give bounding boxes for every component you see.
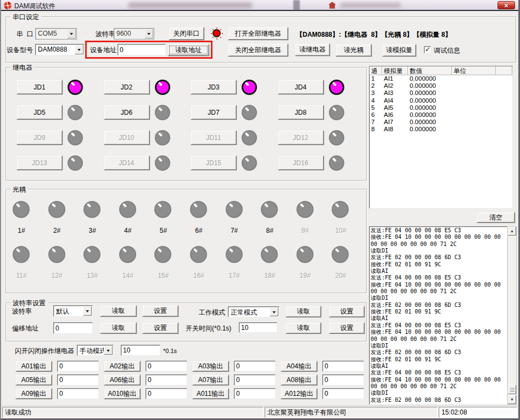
offset-address-input[interactable] [53, 322, 93, 334]
table-row[interactable]: 7AI70.000000 [370, 119, 512, 126]
table-row[interactable]: 3AI30.000000 [370, 89, 512, 97]
open-all-relays-button[interactable]: 打开全部继电器 [228, 27, 288, 40]
output-button-a07[interactable]: A07输出 [192, 374, 229, 385]
output-button-a08[interactable]: A08输出 [281, 374, 317, 385]
model-select[interactable]: DAM0888 ▼ [35, 44, 85, 55]
output-button-a011[interactable]: A011输出 [192, 388, 229, 399]
relay-led [155, 130, 170, 145]
relay-button-jd2[interactable]: JD2 [104, 80, 150, 94]
relay-button-jd5[interactable]: JD5 [16, 105, 63, 120]
output-input-a08[interactable] [322, 374, 364, 385]
output-button-a02[interactable]: A02输出 [104, 361, 141, 372]
relay-button-jd13[interactable]: JD13 [16, 155, 63, 170]
baud-set-button[interactable]: 设置 [142, 305, 178, 317]
opto-label: 9# [293, 227, 318, 234]
output-input-a01[interactable] [57, 361, 99, 372]
clear-log-button[interactable]: 清空 [477, 212, 515, 223]
relay-button-jd1[interactable]: JD1 [16, 80, 63, 94]
output-input-a04[interactable] [322, 361, 364, 372]
switch-time-read-button[interactable]: 读取 [286, 322, 321, 334]
chevron-down-icon: ▼ [270, 307, 278, 316]
relay-button-jd15[interactable]: JD15 [191, 155, 237, 170]
relay-button-jd9[interactable]: JD9 [16, 130, 63, 145]
table-row[interactable]: 2AI20.000000 [370, 82, 512, 89]
flash-operate-label: 闪开闪闭操作继电器 [15, 347, 74, 355]
relay-button-jd3[interactable]: JD3 [191, 80, 237, 94]
output-input-a02[interactable] [146, 361, 187, 372]
title-bar[interactable]: DAM调试软件 ✕ [1, 0, 518, 11]
output-input-a011[interactable] [234, 388, 276, 399]
table-row[interactable]: 8AI80.000000 [370, 126, 512, 133]
table-row[interactable]: 4AI40.000000 [370, 97, 512, 104]
output-input-a06[interactable] [146, 374, 187, 385]
table-row[interactable]: 1AI10.000000 [370, 75, 512, 82]
relay-button-jd7[interactable]: JD7 [191, 105, 237, 120]
opto-led [13, 201, 30, 218]
relay-button-jd10[interactable]: JD10 [104, 130, 150, 145]
col-header-value[interactable]: 数值 [408, 66, 452, 75]
flash-mode-select[interactable]: 手动模式 ▼ [77, 345, 114, 356]
output-input-a010[interactable] [146, 388, 187, 399]
relay-led [242, 130, 257, 145]
opto-label: 8# [257, 227, 282, 234]
debug-info-checkbox[interactable]: ✓ [424, 46, 431, 53]
output-button-a01[interactable]: A01输出 [15, 361, 52, 372]
scroll-down-icon[interactable]: ▼ [508, 395, 516, 404]
scrollbar-thumb[interactable] [508, 385, 516, 394]
read-analog-button[interactable]: 读模拟量 [382, 44, 416, 57]
output-button-a06[interactable]: A06输出 [104, 374, 141, 385]
opto-label: 11# [9, 272, 34, 279]
output-button-a03[interactable]: A03输出 [192, 361, 229, 372]
col-header-analog[interactable]: 模拟量 [382, 66, 408, 75]
baud-select[interactable]: 9600 ▼ [114, 28, 154, 40]
offset-read-button[interactable]: 读取 [100, 322, 137, 334]
close-serial-button[interactable]: 关闭串口 [169, 27, 204, 40]
log-output[interactable]: 发送:FE 04 00 00 00 08 E5 C3 接收:FE 04 10 0… [369, 226, 507, 405]
relay-button-jd6[interactable]: JD6 [104, 105, 150, 120]
col-header-unit[interactable]: 单位 [452, 66, 496, 75]
output-button-a09[interactable]: A09输出 [15, 388, 52, 399]
device-address-input[interactable] [118, 44, 166, 55]
work-mode-read-button[interactable]: 读取 [286, 306, 321, 317]
output-button-a010[interactable]: A010输出 [104, 388, 141, 399]
output-button-a012[interactable]: A012输出 [281, 388, 317, 399]
switch-time-set-button[interactable]: 设置 [329, 322, 365, 334]
serial-port-select[interactable]: COM5 ▼ [35, 28, 77, 40]
opto-label: 1# [9, 227, 34, 234]
log-scrollbar[interactable]: ▲ ▼ [507, 226, 517, 405]
read-address-button[interactable]: 读取地址 [167, 44, 209, 56]
work-mode-set-button[interactable]: 设置 [329, 306, 365, 317]
output-input-a05[interactable] [57, 374, 99, 385]
close-button[interactable]: ✕ [497, 1, 515, 9]
close-all-relays-button[interactable]: 关闭全部继电器 [228, 43, 288, 57]
relay-button-jd14[interactable]: JD14 [104, 155, 150, 170]
table-row[interactable]: 5AI50.000000 [370, 104, 512, 111]
read-relay-button[interactable]: 读继电器 [295, 43, 330, 56]
baud-read-button[interactable]: 读取 [100, 305, 137, 317]
offset-set-button[interactable]: 设置 [142, 322, 178, 334]
relay-button-jd12[interactable]: JD12 [278, 130, 324, 145]
switch-time-input[interactable] [239, 322, 277, 333]
work-mode-select[interactable]: 正常模式 ▼ [228, 306, 279, 317]
output-button-a05[interactable]: A05输出 [15, 374, 52, 385]
relay-button-jd4[interactable]: JD4 [278, 80, 324, 94]
col-header-channel[interactable]: 通 [370, 66, 382, 75]
opto-led [297, 246, 314, 263]
output-input-a03[interactable] [234, 361, 276, 372]
relay-button-jd16[interactable]: JD16 [278, 155, 324, 170]
output-input-a012[interactable] [322, 388, 364, 399]
table-header[interactable]: 通 模拟量 数值 单位 [370, 66, 512, 75]
output-button-a04[interactable]: A04输出 [281, 361, 317, 372]
relay-button-jd8[interactable]: JD8 [278, 105, 324, 120]
output-input-a07[interactable] [234, 374, 276, 385]
relay-button-jd11[interactable]: JD11 [191, 130, 237, 145]
baud-set-select[interactable]: 默认 ▼ [53, 305, 93, 317]
relay-led [329, 155, 344, 171]
opto-led [119, 201, 136, 218]
table-row[interactable]: 6AI60.000000 [370, 111, 512, 119]
read-opto-button[interactable]: 读光耦 [336, 44, 372, 57]
flash-time-input[interactable] [121, 345, 160, 356]
relay-led [155, 155, 170, 171]
scroll-up-icon[interactable]: ▲ [508, 227, 516, 236]
output-input-a09[interactable] [57, 388, 99, 399]
